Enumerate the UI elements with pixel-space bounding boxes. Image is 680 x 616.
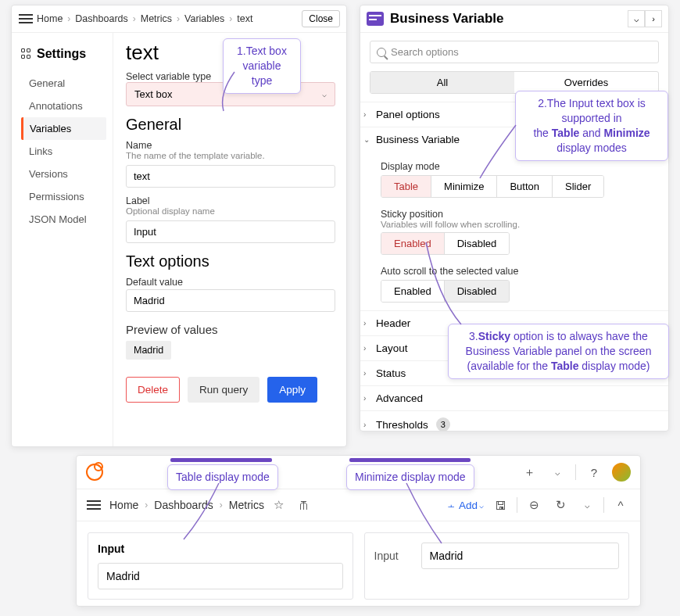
preview-chip: Madrid [126,341,171,360]
settings-sidebar: Settings General Annotations Variables L… [12,33,113,447]
autoscroll-label: Auto scroll to the selected value [381,266,665,277]
chevron-down-icon[interactable]: ⌵ [547,462,567,482]
preview-label: Preview of values [126,323,335,336]
sticky-enabled[interactable]: Enabled [381,233,445,254]
chevron-right-icon: › [363,344,371,353]
tab-overrides[interactable]: Overrides [514,72,658,93]
chevron-right-icon: › [177,13,180,24]
sticky-help: Variables will follow when scrolling. [381,220,665,229]
sidebar-item-json-model[interactable]: JSON Model [21,208,113,231]
sidebar-item-annotations[interactable]: Annotations [21,95,113,117]
delete-button[interactable]: Delete [126,377,180,403]
business-variable-settings: Display mode Table Minimize Button Slide… [360,152,668,310]
chevron-down-icon[interactable]: ⌵ [628,10,645,27]
hamburger-icon[interactable] [18,11,34,27]
variable-editor-form: text Select variable type Text box⌵ Gene… [113,33,346,447]
callout-1: 1.Text box variable type [223,38,301,94]
chevron-right-icon: › [133,13,136,24]
chevron-right-icon: › [363,110,371,119]
section-advanced[interactable]: ›Advanced [360,385,668,410]
autoscroll-disabled[interactable]: Disabled [445,281,510,302]
crumb-metrics[interactable]: Metrics [141,13,172,24]
add-button[interactable]: ⫠Add⌵ [446,500,484,511]
chevron-right-icon: › [229,13,232,24]
display-mode-slider[interactable]: Slider [553,176,603,197]
minimize-mode-card: Input [364,532,630,600]
display-mode-minimize[interactable]: Minimize [431,176,497,197]
name-help: The name of the template variable. [126,151,335,160]
autoscroll-enabled[interactable]: Enabled [381,281,445,302]
label-help: Optional display name [126,206,335,216]
save-icon[interactable]: 🖫 [490,495,510,515]
sidebar-item-permissions[interactable]: Permissions [21,185,113,208]
label-input[interactable] [126,220,335,243]
sidebar-item-versions[interactable]: Versions [21,163,113,185]
display-mode-table[interactable]: Table [381,176,431,197]
apply-button[interactable]: Apply [267,377,317,403]
display-mode-segment: Table Minimize Button Slider [381,175,604,198]
sidebar-item-general[interactable]: General [21,72,113,95]
star-icon[interactable]: ☆ [269,495,289,515]
dashboard-toolbar: Home› Dashboards› Metrics ☆ ⫚ ⫠Add⌵ 🖫 ⊖ … [77,489,640,521]
card-title: Input [98,543,343,555]
close-button[interactable]: Close [302,10,340,27]
crumb-dashboards[interactable]: Dashboards [75,13,127,24]
search-options-input[interactable]: Search options [370,41,659,63]
run-query-button[interactable]: Run query [188,377,259,403]
divider [575,464,576,480]
table-mode-card: Input [88,532,353,600]
settings-grid-icon [21,48,32,59]
panel-title: Business Variable [390,11,504,27]
crumb-home[interactable]: Home [109,499,138,511]
crumb-text[interactable]: text [237,13,252,24]
autoscroll-segment: Enabled Disabled [381,280,510,303]
sticky-label: Sticky position [381,209,665,220]
avatar[interactable] [612,463,631,482]
chevron-right-icon: › [67,13,70,24]
divider [517,497,517,513]
crumb-metrics[interactable]: Metrics [229,499,264,511]
callout-2: 2.The Input text box is supported in the… [515,91,668,161]
chevron-right-icon: › [363,394,371,403]
callout-3: 3.Sticky option is to always have the Bu… [448,324,669,379]
callout-table-mode: Table display mode [167,464,278,490]
default-value-label: Default value [126,277,335,288]
default-value-input[interactable] [126,289,335,312]
help-icon[interactable]: ? [584,462,604,482]
variable-input[interactable] [421,543,620,569]
sticky-disabled[interactable]: Disabled [445,233,510,254]
section-text-options: Text options [126,252,335,270]
crumb-variables[interactable]: Variables [184,13,224,24]
zoom-out-icon[interactable]: ⊖ [524,495,544,515]
section-general: General [126,116,335,134]
thresholds-count: 3 [436,417,450,432]
chevron-down-icon[interactable]: ⌵ [577,495,597,515]
chevron-right-icon[interactable]: › [645,10,662,27]
chevron-right-icon: › [363,421,371,429]
collapse-icon[interactable]: ^ [610,495,631,515]
section-thresholds[interactable]: ›Thresholds3 [360,410,668,432]
refresh-icon[interactable]: ↻ [550,495,571,515]
sidebar-item-links[interactable]: Links [21,140,113,163]
tab-all[interactable]: All [370,72,514,93]
sidebar-item-variables[interactable]: Variables [21,117,106,140]
divider [603,497,604,513]
label-label: Label [126,195,335,206]
display-mode-button[interactable]: Button [497,176,553,197]
chevron-right-icon: › [220,500,223,510]
chevron-down-icon: ⌵ [322,90,327,98]
name-input[interactable] [126,165,335,188]
variable-label: Input [374,550,413,562]
grafana-logo-icon[interactable] [86,464,103,481]
share-icon[interactable]: ⫚ [294,495,314,515]
hamburger-icon[interactable] [86,497,102,513]
business-variable-icon [367,12,384,26]
variable-input[interactable] [98,563,343,589]
search-icon [377,48,386,57]
plus-icon[interactable]: ＋ [519,462,539,482]
name-label: Name [126,140,335,151]
chevron-right-icon: › [363,369,371,378]
callout-minimize-mode: Minimize display mode [346,464,474,490]
crumb-dashboards[interactable]: Dashboards [154,499,213,511]
crumb-home[interactable]: Home [37,13,63,24]
